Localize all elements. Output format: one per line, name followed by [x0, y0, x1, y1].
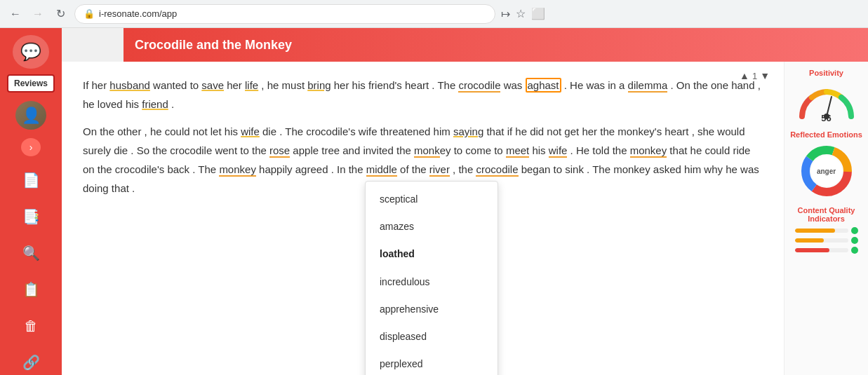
bookmark-icon[interactable]: ☆: [516, 7, 526, 20]
word-save: save: [201, 79, 224, 91]
emotions-center-label: anger: [817, 168, 836, 175]
word-rose: rose: [269, 144, 290, 158]
emotions-title: Reflected Emotions: [790, 130, 862, 139]
cast-icon[interactable]: ↦: [501, 7, 510, 20]
word-suggestions-dropdown: sceptical amazes loathed incredulous app…: [365, 181, 498, 375]
logo-icon: 💬: [20, 42, 41, 62]
text-paragraph-1: If her husband wanted to save her life ,…: [83, 76, 763, 114]
quality-bar-row-3: [795, 247, 858, 254]
word-dilemma: dilemma: [628, 79, 668, 93]
word-saying: sayin: [453, 125, 478, 137]
window-icon[interactable]: ⬜: [531, 7, 545, 20]
sidebar-item-list[interactable]: 📋: [18, 277, 44, 302]
word-crocodile-2: crocodile: [476, 163, 518, 177]
right-panel: Positivity: [784, 62, 868, 375]
word-monk: monk: [414, 144, 440, 158]
quality-bar-track-1: [795, 229, 848, 233]
word-crocodile-1: crocodile: [458, 79, 500, 93]
app-layout: 💬 Reviews 👤 › 📄 📑 🔍 📋 🗑 🔗 Crocodile and …: [0, 28, 868, 375]
quality-bar-fill-3: [795, 248, 829, 252]
word-wife-1: wife: [241, 125, 260, 137]
positivity-title: Positivity: [809, 69, 843, 77]
sidebar-item-share[interactable]: 🔗: [18, 350, 44, 375]
quality-bar-track-3: [795, 248, 848, 252]
sidebar-item-search[interactable]: 🔍: [18, 240, 44, 266]
main-content: ▲ 1 ▼ If her husband wanted to save her …: [62, 62, 868, 375]
quality-dot-3: [851, 247, 858, 254]
word-life: life: [245, 79, 258, 91]
emotions-donut: anger: [799, 143, 855, 199]
lock-icon: 🔒: [84, 8, 95, 19]
nav-count: 1: [752, 68, 757, 84]
arrow-up[interactable]: ▲: [740, 67, 749, 85]
logo[interactable]: 💬: [13, 35, 49, 69]
word-meet: meet: [506, 144, 529, 158]
quality-bar-row-2: [795, 237, 858, 244]
avatar-image: 👤: [15, 101, 46, 130]
reviews-tab[interactable]: Reviews: [7, 74, 55, 93]
url-text: i-resonate.com/app: [99, 8, 177, 19]
word-friend-1: friend: [142, 98, 168, 110]
reload-button[interactable]: ↻: [52, 6, 69, 22]
suggestion-sceptical[interactable]: sceptical: [366, 186, 498, 213]
word-wife-2: wife: [549, 144, 568, 158]
word-middle: middle: [366, 163, 397, 177]
sidebar-item-doc[interactable]: 📄: [18, 168, 44, 193]
word-bring: bring: [307, 79, 330, 91]
quality-section: Content Quality Indicators: [790, 206, 862, 257]
word-monkey-2: monkey: [219, 163, 256, 177]
address-bar[interactable]: 🔒 i-resonate.com/app: [74, 4, 495, 24]
suggestion-apprehensive[interactable]: apprehensive: [366, 296, 498, 323]
sidebar-item-add-doc[interactable]: 📑: [18, 204, 44, 229]
positivity-section: Positivity: [790, 69, 862, 123]
word-river: river: [429, 163, 450, 177]
quality-bar-track-2: [795, 238, 848, 243]
suggestion-incredulous[interactable]: incredulous: [366, 268, 498, 296]
suggestion-displeased[interactable]: displeased: [366, 323, 498, 350]
toggle-sidebar-button[interactable]: ›: [21, 138, 41, 156]
quality-title: Content Quality Indicators: [790, 206, 862, 223]
page-title: Crocodile and the Monkey: [135, 38, 292, 53]
sidebar: 💬 Reviews 👤 › 📄 📑 🔍 📋 🗑 🔗: [0, 28, 62, 375]
avatar: 👤: [15, 101, 46, 130]
suggestion-amazes[interactable]: amazes: [366, 213, 498, 240]
quality-bar-fill-1: [795, 229, 835, 233]
word-husband: husband: [109, 79, 150, 91]
quality-dot-1: [851, 227, 858, 234]
quality-dot-2: [851, 237, 858, 244]
arrow-down[interactable]: ▼: [760, 67, 770, 85]
word-aghast[interactable]: aghast: [526, 78, 561, 93]
browser-chrome: ← → ↻ 🔒 i-resonate.com/app ↦ ☆ ⬜: [0, 0, 868, 28]
forward-button[interactable]: →: [29, 6, 46, 22]
quality-bars: [795, 227, 858, 257]
emotions-section: Reflected Emotions: [790, 130, 862, 199]
suggestion-loathed[interactable]: loathed: [366, 240, 498, 268]
positivity-gauge: 56: [795, 81, 858, 123]
suggestion-perplexed[interactable]: perplexed: [366, 350, 498, 375]
header-bar: Crocodile and the Monkey: [123, 28, 868, 62]
quality-bar-row-1: [795, 227, 858, 234]
quality-bar-fill-2: [795, 238, 824, 243]
back-button[interactable]: ←: [7, 6, 24, 22]
word-monkey-1: monkey: [630, 144, 667, 158]
nav-arrows: ▲ 1 ▼: [740, 67, 770, 85]
sidebar-item-trash[interactable]: 🗑: [18, 313, 44, 339]
browser-actions: ↦ ☆ ⬜: [501, 7, 545, 20]
sidebar-nav: 📄 📑 🔍 📋 🗑 🔗: [18, 168, 44, 375]
positivity-value: 56: [795, 113, 858, 123]
text-area: ▲ 1 ▼ If her husband wanted to save her …: [62, 62, 784, 375]
